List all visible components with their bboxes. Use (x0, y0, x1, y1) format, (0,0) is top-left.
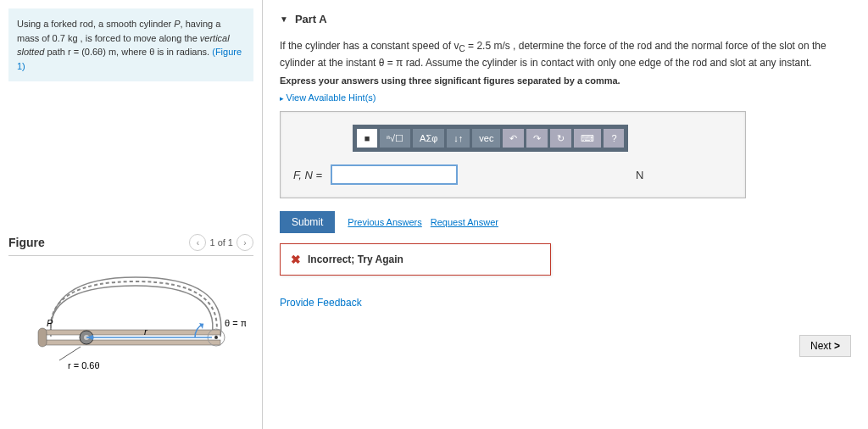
tool-subscript-button[interactable]: ↓↑ (447, 129, 470, 148)
tool-keyboard-button[interactable]: ⌨ (574, 129, 601, 148)
tool-help-button[interactable]: ? (604, 129, 624, 148)
label-req: r = 0.6θ (68, 360, 100, 370)
svg-rect-0 (42, 330, 220, 335)
express-instruction: Express your answers using three signifi… (280, 75, 851, 86)
answer-box: ■ ⁿ√☐ ΑΣφ ↓↑ vec ↶ ↷ ↻ ⌨ ? F, N = N (280, 111, 746, 198)
part-title: Part A (295, 13, 327, 25)
incorrect-icon: ✖ (291, 253, 301, 266)
part-header[interactable]: ▼ Part A (280, 13, 851, 25)
next-button[interactable]: Next (799, 335, 851, 357)
input-label: F, N = (293, 169, 322, 181)
svg-point-6 (214, 336, 218, 339)
label-P: P (47, 318, 53, 328)
provide-feedback-link[interactable]: Provide Feedback (280, 297, 362, 309)
question-text: If the cylinder has a constant speed of … (280, 38, 851, 70)
pager-prev-button[interactable]: ‹ (189, 234, 206, 251)
figure-section: Figure ‹ 1 of 1 › (8, 234, 253, 382)
previous-answers-link[interactable]: Previous Answers (348, 217, 421, 227)
tool-redo-button[interactable]: ↷ (526, 129, 548, 148)
figure-title: Figure (8, 236, 45, 249)
pager-text: 1 of 1 (209, 237, 233, 248)
unit-label: N (636, 169, 643, 181)
figure-image: P r θ = π r = 0.6θ (8, 269, 253, 382)
svg-rect-2 (38, 328, 47, 347)
right-panel: ▼ Part A If the cylinder has a constant … (263, 0, 868, 429)
tool-template-button[interactable]: ■ (357, 129, 377, 148)
tool-vec-button[interactable]: vec (472, 129, 500, 148)
hints-link[interactable]: View Available Hint(s) (280, 92, 851, 103)
problem-text: Using a forked rod, a smooth cylinder (17, 19, 174, 29)
equation-toolbar: ■ ⁿ√☐ ΑΣφ ↓↑ vec ↶ ↷ ↻ ⌨ ? (353, 125, 628, 152)
request-answer-link[interactable]: Request Answer (431, 217, 498, 227)
label-theta: θ = π (225, 318, 246, 328)
problem-text: path r = (0.6θ) m, where θ is in radians… (44, 47, 212, 57)
problem-statement: Using a forked rod, a smooth cylinder P,… (8, 8, 253, 81)
feedback-text: Incorrect; Try Again (308, 254, 403, 265)
figure-pager: ‹ 1 of 1 › (189, 234, 253, 251)
tool-reset-button[interactable]: ↻ (550, 129, 571, 148)
collapse-icon: ▼ (280, 14, 288, 24)
tool-undo-button[interactable]: ↶ (503, 129, 524, 148)
left-panel: Using a forked rod, a smooth cylinder P,… (0, 0, 263, 429)
svg-rect-1 (42, 340, 220, 345)
tool-greek-button[interactable]: ΑΣφ (413, 129, 444, 148)
answer-input[interactable] (331, 164, 458, 185)
tool-root-button[interactable]: ⁿ√☐ (380, 129, 410, 148)
submit-button[interactable]: Submit (280, 211, 335, 233)
svg-line-10 (59, 347, 81, 360)
var-P: P (174, 19, 180, 29)
pager-next-button[interactable]: › (236, 234, 253, 251)
feedback-box: ✖ Incorrect; Try Again (280, 243, 551, 276)
